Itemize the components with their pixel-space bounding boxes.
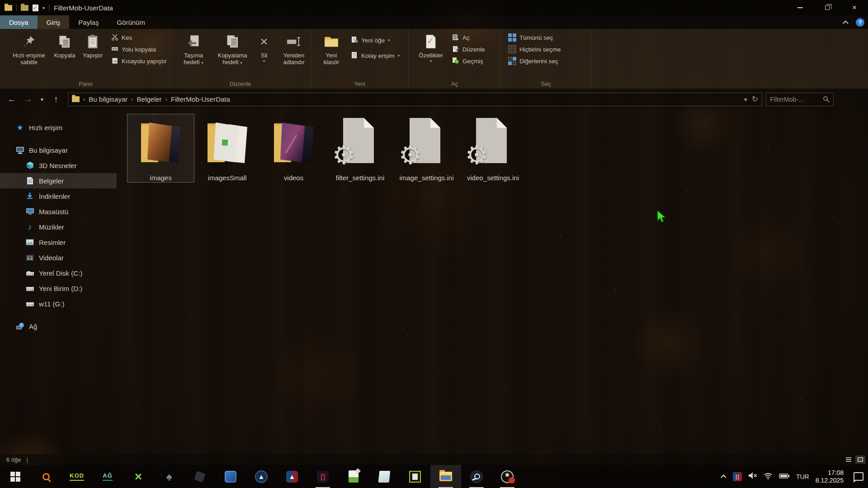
file-item-image-settings[interactable]: ⚙ image_settings.ini [393, 114, 460, 182]
new-item-button[interactable]: Yeni öğe ▾ [349, 34, 401, 46]
breadcrumb-current-folder[interactable]: FilterMob-UserData [171, 95, 230, 103]
taskbar-app-blue-window[interactable] [215, 465, 246, 488]
recent-locations-chevron-icon[interactable]: ▾ [36, 96, 48, 103]
ribbon-group-ac: ✓ Özellikler ▾ Aç [409, 29, 501, 89]
new-folder-button[interactable]: Yeni klasör [316, 32, 346, 66]
up-button[interactable]: ↑ [48, 94, 64, 104]
close-icon: × [852, 3, 857, 12]
refresh-icon[interactable]: ↻ [752, 94, 758, 104]
sidebar-item-network[interactable]: Ağ [0, 319, 117, 334]
open-button[interactable]: Aç [450, 32, 487, 43]
customize-qat-chevron-icon[interactable]: ▾ [42, 5, 45, 10]
select-none-button[interactable]: Hiçbirini seçme [506, 43, 563, 55]
breadcrumb[interactable]: › Bu bilgisayar › Belgeler › FilterMob-U… [68, 93, 762, 106]
tab-paylas[interactable]: Paylaş [69, 15, 108, 29]
close-button[interactable]: × [841, 0, 868, 15]
history-button[interactable]: Geçmiş [450, 55, 487, 67]
date: 8.12.2025 [816, 477, 844, 484]
taskbar-app-kod[interactable]: KOD [61, 465, 92, 488]
breadcrumb-documents[interactable]: Belgeler [137, 95, 162, 103]
properties-button[interactable]: ✓ Özellikler ▾ [414, 32, 448, 64]
system-tray: [] TUR 17:08 8.12.2025 [722, 465, 868, 488]
new-folder-qat-icon[interactable] [21, 5, 28, 11]
taskbar-app-dim[interactable] [184, 465, 215, 488]
sidebar-item-desktop[interactable]: Masaüstü [0, 204, 117, 219]
search-box[interactable] [766, 93, 834, 106]
tray-brackets-icon[interactable]: [] [733, 472, 742, 481]
sidebar-item-pictures[interactable]: Resimler [0, 235, 117, 250]
language-indicator[interactable]: TUR [796, 473, 809, 480]
taskbar-app-obs[interactable] [492, 465, 523, 488]
taskbar-app-green-square[interactable] [400, 465, 430, 488]
select-all-button[interactable]: Tümünü seç [506, 32, 563, 43]
help-icon[interactable]: ? [856, 18, 864, 27]
thumbnail-view-button[interactable] [855, 455, 865, 464]
volume-muted-icon[interactable] [748, 472, 757, 481]
taskbar-app-green-x[interactable]: × [123, 465, 154, 488]
details-view-button[interactable] [844, 455, 854, 464]
paste-shortcut-button[interactable]: Kısayolu yapıştır [109, 55, 169, 67]
rename-button[interactable]: Yeniden adlandır [275, 32, 313, 66]
taskbar-clock[interactable]: 17:08 8.12.2025 [816, 469, 844, 484]
file-item-video-settings[interactable]: ⚙ video_settings.ini [460, 114, 526, 182]
file-explorer-window: ✓ ▾ FilterMob-UserData × Dosya Giriş Pay… [0, 0, 868, 465]
invert-selection-button[interactable]: Diğerlerini seç [506, 55, 563, 67]
search-input[interactable] [770, 96, 823, 103]
edit-button[interactable]: Düzenle [450, 43, 487, 55]
sidebar-item-w11-g[interactable]: w11 (G:) [0, 296, 117, 311]
wifi-icon[interactable] [764, 472, 773, 481]
address-bar: ← → ▾ ↑ › Bu bilgisayar › Belgeler › Fil… [0, 89, 868, 110]
taskbar-file-explorer[interactable] [430, 465, 461, 488]
sidebar-item-videos[interactable]: Videolar [0, 250, 117, 265]
search-icon[interactable] [823, 96, 830, 103]
breadcrumb-this-pc[interactable]: Bu bilgisayar [89, 95, 127, 103]
sidebar-item-3d-objects[interactable]: 3D Nesneler [0, 158, 117, 173]
taskbar-app-notepad[interactable] [369, 465, 400, 488]
cut-button[interactable]: Kes [109, 32, 169, 43]
start-button[interactable] [0, 465, 31, 488]
tab-gorunum[interactable]: Görünüm [108, 15, 154, 29]
copy-path-button[interactable]: Yolu kopyala [109, 43, 169, 55]
taskbar-app-arrow[interactable]: ▲ [277, 465, 307, 488]
taskbar-search-button[interactable] [31, 465, 61, 488]
easy-access-button[interactable]: Kolay erişim ▾ [349, 50, 401, 61]
taskbar-app-spade[interactable]: ♠ [154, 465, 184, 488]
folder-icon [270, 117, 317, 171]
file-item-filter-settings[interactable]: ⚙ filter_settings.ini [327, 114, 393, 182]
action-center-icon[interactable] [854, 472, 863, 481]
delete-button[interactable]: × Sil ▾ [253, 32, 275, 64]
taskbar-app-steam[interactable] [461, 465, 492, 488]
address-dropdown-chevron-icon[interactable]: ▾ [744, 96, 747, 103]
button-label: Özellikler [419, 52, 443, 59]
file-item-imagesSmall[interactable]: imagesSmall [194, 114, 260, 182]
pin-to-quick-access-button[interactable]: Hızlı erişime sabitle [7, 32, 51, 66]
sidebar-item-new-volume-d[interactable]: Yeni Birim (D:) [0, 281, 117, 296]
tab-giris[interactable]: Giriş [38, 15, 70, 29]
tab-dosya[interactable]: Dosya [0, 15, 38, 29]
sidebar-item-local-disk-c[interactable]: Yerel Disk (C:) [0, 265, 117, 281]
file-item-images[interactable]: images [127, 114, 194, 182]
back-button[interactable]: ← [4, 94, 20, 104]
copy-button[interactable]: Kopyala [51, 32, 79, 60]
properties-qat-icon[interactable]: ✓ [33, 5, 38, 11]
taskbar-app-installer[interactable]: ▲ [246, 465, 277, 488]
tray-expand-chevron-icon[interactable] [721, 474, 726, 480]
taskbar-app-brackets[interactable]: [] [307, 465, 338, 488]
taskbar-app-green-doc[interactable] [338, 465, 369, 488]
blue-window-app-icon [225, 471, 236, 483]
paste-button[interactable]: Yapıştır [79, 32, 107, 60]
minimize-button[interactable] [787, 0, 814, 15]
file-item-videos[interactable]: videos [260, 114, 327, 182]
sidebar-item-quick-access[interactable]: ★ Hızlı erişim [0, 120, 117, 135]
restore-button[interactable] [814, 0, 841, 15]
forward-button[interactable]: → [20, 94, 36, 104]
battery-icon[interactable] [779, 473, 790, 481]
move-to-button[interactable]: Taşıma hedefi ▾ [175, 32, 212, 67]
sidebar-item-music[interactable]: ♪ Müzikler [0, 219, 117, 235]
chevron-down-icon: ▾ [240, 61, 242, 65]
sidebar-item-downloads[interactable]: İndirilenler [0, 188, 117, 204]
copy-to-button[interactable]: Kopyalama hedefi ▾ [212, 32, 253, 67]
sidebar-item-this-pc[interactable]: Bu bilgisayar [0, 142, 117, 158]
sidebar-item-documents[interactable]: Belgeler [0, 173, 117, 188]
taskbar-app-ag[interactable]: AĞ [92, 465, 123, 488]
